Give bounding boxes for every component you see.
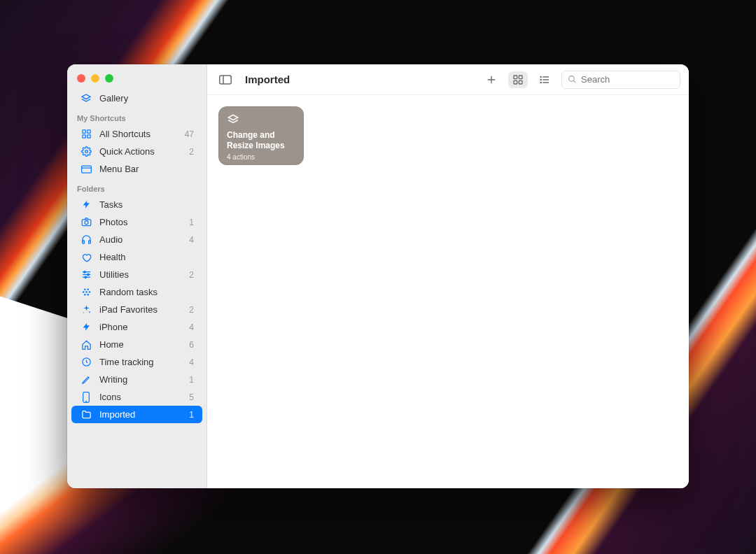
sidebar-item-label: Imported [99, 409, 182, 420]
sidebar-item-time-tracking[interactable]: Time tracking4 [71, 353, 202, 371]
sidebar-item-home[interactable]: Home6 [71, 336, 202, 353]
bolt-icon [80, 199, 92, 210]
sidebar-item-count: 2 [189, 147, 194, 157]
svg-rect-0 [82, 130, 85, 133]
svg-point-24 [88, 311, 90, 313]
svg-point-21 [87, 289, 89, 291]
shortcut-title: Change and Resize Images [227, 130, 295, 151]
svg-point-42 [540, 82, 541, 83]
svg-point-41 [540, 79, 541, 80]
sidebar-item-label: Utilities [99, 269, 182, 280]
sidebar-item-gallery[interactable]: Gallery [71, 90, 202, 107]
svg-point-18 [85, 291, 88, 293]
sidebar-item-random-tasks[interactable]: Random tasks [71, 283, 202, 301]
sidebar-item-label: iPad Favorites [99, 304, 182, 315]
main-pane: Imported Change a [207, 64, 689, 488]
sidebar-item-count: 4 [189, 357, 194, 367]
svg-point-19 [88, 291, 90, 293]
sidebar-item-iphone[interactable]: iPhone4 [71, 318, 202, 336]
svg-rect-1 [87, 130, 90, 133]
section-folders: Folders [67, 178, 206, 196]
svg-rect-33 [514, 76, 517, 79]
sidebar-item-writing[interactable]: Writing1 [71, 371, 202, 388]
camera-icon [80, 218, 92, 227]
sidebar-item-count: 1 [189, 218, 194, 227]
sidebar-item-label: Tasks [99, 199, 187, 210]
svg-rect-29 [220, 76, 232, 84]
sidebar-item-label: Quick Actions [99, 146, 182, 157]
sidebar-item-count: 5 [189, 392, 194, 402]
sidebar-item-label: Icons [99, 392, 182, 402]
sidebar-item-label: Gallery [99, 93, 194, 104]
sidebar-item-label: iPhone [99, 322, 182, 332]
svg-point-43 [569, 76, 575, 82]
svg-point-14 [83, 271, 85, 274]
sidebar-item-label: Photos [99, 217, 182, 227]
sidebar: Gallery My Shortcuts All Shortcuts47Quic… [67, 64, 207, 488]
sidebar-item-count: 1 [189, 410, 194, 420]
shortcut-tile[interactable]: Change and Resize Images 4 actions [218, 106, 304, 165]
svg-point-23 [87, 294, 89, 296]
svg-rect-5 [81, 166, 91, 173]
layers-icon [227, 113, 295, 126]
sidebar-item-menu-bar[interactable]: Menu Bar [71, 160, 202, 178]
sidebar-item-all-shortcuts[interactable]: All Shortcuts47 [71, 125, 202, 143]
sidebar-item-utilities[interactable]: Utilities2 [71, 266, 202, 283]
svg-point-15 [87, 274, 89, 276]
sidebar-item-count: 4 [189, 235, 194, 245]
svg-point-4 [85, 150, 88, 153]
toggle-sidebar-button[interactable] [216, 71, 235, 88]
svg-point-17 [82, 291, 84, 293]
grid-view-button[interactable] [508, 71, 528, 88]
svg-rect-10 [88, 241, 90, 243]
phone-icon [80, 392, 92, 403]
layers-icon [80, 93, 92, 104]
gear-icon [80, 146, 92, 157]
sidebar-item-icons[interactable]: Icons5 [71, 388, 202, 406]
svg-point-20 [84, 289, 86, 291]
svg-point-40 [540, 76, 541, 77]
svg-rect-2 [82, 135, 85, 138]
sidebar-item-label: Audio [99, 234, 182, 245]
sidebar-item-count: 1 [189, 375, 194, 385]
list-view-button[interactable] [535, 71, 554, 88]
sidebar-item-ipad-favorites[interactable]: iPad Favorites2 [71, 301, 202, 318]
sidebar-item-photos[interactable]: Photos1 [71, 213, 202, 231]
pencil-icon [80, 375, 92, 385]
sidebar-item-label: Health [99, 252, 187, 262]
sliders-icon [80, 270, 92, 279]
sidebar-item-label: All Shortcuts [99, 129, 178, 139]
dots-icon [80, 287, 92, 297]
sidebar-item-imported[interactable]: Imported1 [71, 406, 202, 423]
svg-rect-36 [519, 80, 522, 84]
svg-rect-3 [87, 135, 90, 138]
window-controls [67, 71, 206, 90]
sidebar-item-health[interactable]: Health [71, 248, 202, 266]
minimize-window-button[interactable] [91, 74, 99, 83]
sidebar-item-label: Home [99, 339, 182, 350]
shortcut-subtitle: 4 actions [227, 153, 295, 161]
svg-rect-34 [519, 76, 522, 79]
search-field[interactable] [561, 71, 680, 89]
search-input[interactable] [581, 74, 674, 85]
zoom-window-button[interactable] [105, 74, 113, 83]
sidebar-item-tasks[interactable]: Tasks [71, 196, 202, 213]
clock-icon [80, 357, 92, 367]
sidebar-item-label: Time tracking [99, 357, 182, 367]
sidebar-item-count: 6 [189, 340, 194, 350]
svg-point-16 [85, 276, 87, 278]
sidebar-item-quick-actions[interactable]: Quick Actions2 [71, 143, 202, 160]
sidebar-item-count: 2 [189, 305, 194, 315]
svg-point-22 [84, 294, 86, 296]
search-icon [568, 75, 577, 84]
grid-icon [80, 129, 92, 139]
sidebar-item-audio[interactable]: Audio4 [71, 231, 202, 248]
sidebar-item-count: 47 [185, 129, 194, 139]
new-shortcut-button[interactable] [482, 71, 501, 88]
svg-point-8 [85, 221, 88, 225]
section-my-shortcuts: My Shortcuts [67, 107, 206, 125]
bolt-icon [80, 322, 92, 332]
sidebar-item-label: Random tasks [99, 287, 187, 297]
window-icon [80, 165, 92, 173]
close-window-button[interactable] [77, 74, 85, 83]
